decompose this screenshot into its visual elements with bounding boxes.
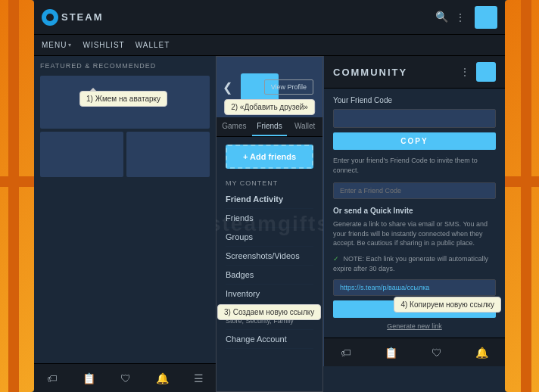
nav-menu-arrow: ▾ <box>68 42 72 48</box>
main-container: STEAM 🔍 ⋮ MENU ▾ WISHLIST WALLET 1) Жмем… <box>34 0 505 392</box>
nav-menu-icon[interactable]: ☰ <box>194 372 204 384</box>
quick-invite-title: Or send a Quick Invite <box>333 207 496 215</box>
menu-item-inventory[interactable]: Inventory <box>226 285 313 303</box>
menu-item-badges[interactable]: Badges <box>226 266 313 285</box>
my-content-label: MY CONTENT <box>217 176 322 190</box>
menu-item-friends[interactable]: Friends <box>226 209 313 228</box>
community-avatar[interactable] <box>476 62 496 82</box>
tab-wallet[interactable]: Wallet <box>287 117 322 136</box>
nav-tag-icon[interactable]: 🏷 <box>47 372 58 384</box>
steam-logo: STEAM <box>42 9 104 26</box>
popup-tabs: Games Friends Wallet <box>217 117 322 137</box>
left-bottom-nav: 🏷 📋 🛡 🔔 ☰ <box>34 363 216 392</box>
view-profile-button[interactable]: View Profile <box>264 79 313 95</box>
search-icon[interactable]: 🔍 <box>435 11 449 24</box>
steam-logo-text: STEAM <box>61 11 104 23</box>
right-panel-wrapper: 3) Создаем новую ссылку 4) Копируем нову… <box>323 56 505 392</box>
community-header-right: ⋮ <box>460 62 496 82</box>
nav-shield-icon[interactable]: 🛡 <box>120 372 131 384</box>
tooltip-copy-link: 4) Копируем новую ссылку <box>394 297 501 313</box>
comm-nav-tag-icon[interactable]: 🏷 <box>341 347 351 359</box>
add-friends-button[interactable]: + Add friends <box>226 145 313 169</box>
invite-link-input[interactable] <box>333 279 496 296</box>
menu-items: Friend Activity Friends Groups Screensho… <box>217 190 322 349</box>
content-area: 1) Жмем на аватарку FEATURED & RECOMMEND… <box>34 56 505 392</box>
tooltip-generate-link: 3) Создаем новую ссылку <box>217 304 321 320</box>
community-header: COMMUNITY ⋮ <box>324 56 505 89</box>
nav-list-icon[interactable]: 📋 <box>83 372 95 384</box>
menu-item-screenshots[interactable]: Screenshots/Videos <box>226 247 313 266</box>
menu-dots-icon[interactable]: ⋮ <box>455 11 466 23</box>
featured-item-2 <box>126 132 210 177</box>
featured-section: FEATURED & RECOMMENDED <box>34 56 216 183</box>
note-text: ✓ NOTE: Each link you generate will auto… <box>333 254 496 273</box>
copy-friend-code-button[interactable]: COPY <box>333 132 496 150</box>
friend-code-help-text: Enter your friend's Friend Code to invit… <box>333 156 496 175</box>
featured-label: FEATURED & RECOMMENDED <box>40 62 210 70</box>
nav-menu-label: MENU <box>42 41 67 49</box>
menu-item-groups[interactable]: Groups <box>226 228 313 247</box>
featured-item-1 <box>40 132 123 177</box>
enter-friend-code-input[interactable] <box>333 182 496 199</box>
header-avatar[interactable] <box>475 6 497 29</box>
friend-code-title: Your Friend Code <box>333 96 496 104</box>
friend-code-input[interactable] <box>333 109 496 128</box>
nav-menu[interactable]: MENU ▾ <box>42 41 72 49</box>
gift-decoration-left <box>0 0 34 392</box>
comm-nav-bell-icon[interactable]: 🔔 <box>475 347 488 359</box>
menu-item-friend-activity[interactable]: Friend Activity <box>226 190 313 209</box>
community-dots-icon[interactable]: ⋮ <box>460 66 470 78</box>
middle-panel: steamgifts ❮ View Profile 2) «Добавить д… <box>216 56 323 392</box>
comm-nav-shield-icon[interactable]: 🛡 <box>432 347 442 359</box>
nav-wishlist[interactable]: WISHLIST <box>83 41 124 49</box>
back-button[interactable]: ❮ <box>223 80 232 95</box>
steam-header: STEAM 🔍 ⋮ <box>34 0 505 35</box>
gift-decoration-right <box>505 0 539 392</box>
tab-games[interactable]: Games <box>217 117 252 136</box>
nav-wallet[interactable]: WALLET <box>136 41 170 49</box>
tab-friends[interactable]: Friends <box>252 117 288 136</box>
comm-nav-list-icon[interactable]: 📋 <box>385 347 397 359</box>
profile-popup: ❮ View Profile 2) «Добавить друзей» Game… <box>216 56 323 392</box>
menu-item-change-account[interactable]: Change Account <box>226 330 313 349</box>
nav-bell-icon[interactable]: 🔔 <box>156 372 169 384</box>
check-icon: ✓ <box>333 255 339 263</box>
left-panel: 1) Жмем на аватарку FEATURED & RECOMMEND… <box>34 56 216 392</box>
generate-new-link-button[interactable]: Generate new link <box>333 322 496 330</box>
tooltip-click-avatar: 1) Жмем на аватарку <box>79 91 167 107</box>
right-panel: COMMUNITY ⋮ Your Friend Code COPY Enter … <box>323 56 505 366</box>
quick-invite-description: Generate a link to share via email or SM… <box>333 219 496 248</box>
nav-bar: MENU ▾ WISHLIST WALLET <box>34 35 505 56</box>
community-bottom-nav: 🏷 📋 🛡 🔔 <box>324 338 505 366</box>
community-title: COMMUNITY <box>333 67 407 78</box>
tooltip-add-friends: 2) «Добавить друзей» <box>224 99 315 115</box>
steam-logo-icon <box>42 9 58 26</box>
